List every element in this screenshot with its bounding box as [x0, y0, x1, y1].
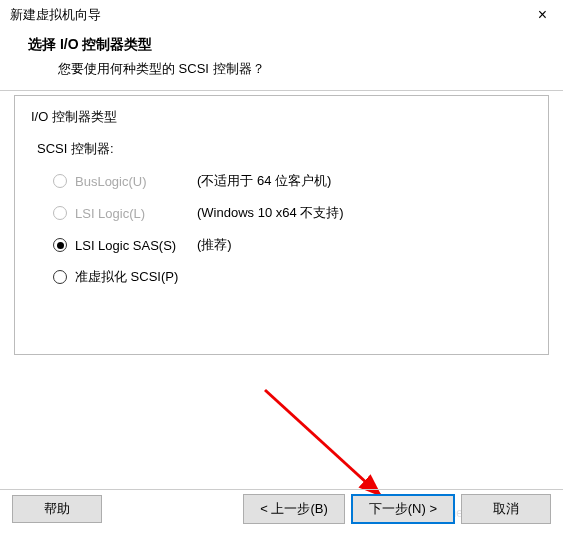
- radio-option-paravirtual[interactable]: 准虚拟化 SCSI(P): [31, 268, 532, 286]
- window-title: 新建虚拟机向导: [10, 6, 101, 24]
- radio-note: (推荐): [197, 236, 232, 254]
- scsi-controller-label: SCSI 控制器:: [31, 140, 532, 158]
- next-button[interactable]: 下一步(N) >: [351, 494, 455, 524]
- wizard-nav-buttons: < 上一步(B) 下一步(N) > 取消: [243, 494, 551, 524]
- svg-line-1: [265, 390, 380, 495]
- radio-label: LSI Logic(L): [75, 206, 185, 221]
- radio-option-lsilogic: LSI Logic(L) (Windows 10 x64 不支持): [31, 204, 532, 222]
- back-button[interactable]: < 上一步(B): [243, 494, 345, 524]
- radio-label: LSI Logic SAS(S): [75, 238, 185, 253]
- cancel-button[interactable]: 取消: [461, 494, 551, 524]
- radio-icon: [53, 270, 67, 284]
- header-divider: [0, 90, 563, 91]
- content-panel: I/O 控制器类型 SCSI 控制器: BusLogic(U) (不适用于 64…: [14, 95, 549, 355]
- radio-note: (不适用于 64 位客户机): [197, 172, 331, 190]
- wizard-header: 选择 I/O 控制器类型 您要使用何种类型的 SCSI 控制器？: [0, 28, 563, 90]
- footer-divider: [0, 489, 563, 490]
- page-subtitle: 您要使用何种类型的 SCSI 控制器？: [28, 60, 543, 78]
- radio-note: (Windows 10 x64 不支持): [197, 204, 344, 222]
- footer-buttons: 帮助 < 上一步(B) 下一步(N) > 取消: [0, 494, 563, 524]
- radio-option-buslogic: BusLogic(U) (不适用于 64 位客户机): [31, 172, 532, 190]
- titlebar: 新建虚拟机向导 ×: [0, 0, 563, 28]
- page-title: 选择 I/O 控制器类型: [28, 36, 543, 54]
- close-icon[interactable]: ×: [532, 6, 553, 24]
- radio-icon: [53, 238, 67, 252]
- radio-option-lsilogic-sas[interactable]: LSI Logic SAS(S) (推荐): [31, 236, 532, 254]
- radio-icon: [53, 174, 67, 188]
- io-controller-type-label: I/O 控制器类型: [31, 108, 532, 126]
- radio-label: BusLogic(U): [75, 174, 185, 189]
- radio-icon: [53, 206, 67, 220]
- help-button[interactable]: 帮助: [12, 495, 102, 523]
- radio-label: 准虚拟化 SCSI(P): [75, 268, 185, 286]
